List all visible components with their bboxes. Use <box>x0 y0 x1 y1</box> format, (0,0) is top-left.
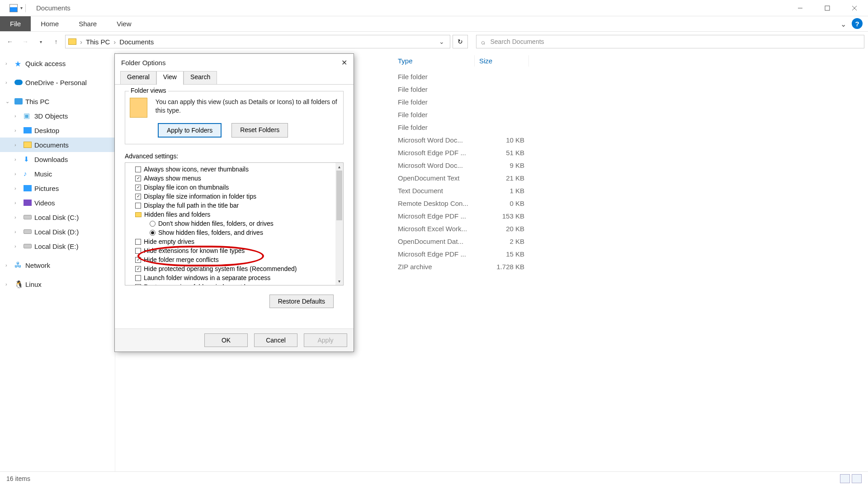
table-row[interactable]: Microsoft Edge PDF ...15 KB <box>393 247 868 260</box>
checkbox-icon[interactable] <box>135 239 141 245</box>
sidebar-item-linux[interactable]: ›🐧Linux <box>0 277 115 291</box>
option-hidden-yes[interactable]: Show hidden files, folders, and drives <box>135 228 343 237</box>
dialog-close-button[interactable]: ✕ <box>341 58 347 67</box>
cancel-button[interactable]: Cancel <box>254 333 297 347</box>
table-row[interactable]: Microsoft Excel Work...20 KB <box>393 222 868 235</box>
option-full-path-title[interactable]: Display the full path in the title bar <box>135 201 343 210</box>
sidebar-item-3d-objects[interactable]: ›▣3D Objects <box>0 109 115 123</box>
column-header-type[interactable]: Type <box>393 55 475 67</box>
scrollbar[interactable]: ▴ ▾ <box>335 163 343 285</box>
sidebar-item-pictures[interactable]: ›Pictures <box>0 181 115 195</box>
radio-icon[interactable] <box>150 230 156 236</box>
table-row[interactable]: OpenDocument Text21 KB <box>393 171 868 184</box>
minimize-button[interactable] <box>787 0 814 16</box>
sidebar-item-disk-e[interactable]: ›Local Disk (E:) <box>0 239 115 253</box>
scroll-thumb[interactable] <box>336 171 342 220</box>
checkbox-icon[interactable]: ✓ <box>135 257 141 263</box>
help-button[interactable]: ? <box>852 18 863 29</box>
column-header-size[interactable]: Size <box>475 55 529 67</box>
table-row[interactable]: File folder <box>393 108 868 121</box>
sidebar-item-label: Music <box>34 170 52 178</box>
close-button[interactable] <box>841 0 868 16</box>
home-tab[interactable]: Home <box>31 16 69 31</box>
sidebar-item-onedrive[interactable]: ›OneDrive - Personal <box>0 75 115 90</box>
file-type-cell: File folder <box>393 86 475 93</box>
checkbox-icon[interactable]: ✓ <box>135 185 141 190</box>
qat-dropdown-icon[interactable]: ▾ <box>20 5 23 10</box>
option-hide-extensions[interactable]: Hide extensions for known file types <box>135 246 343 255</box>
forward-button[interactable]: → <box>19 35 32 48</box>
tab-view[interactable]: View <box>156 71 184 85</box>
scroll-up-icon[interactable]: ▴ <box>335 163 343 171</box>
up-button[interactable]: ↑ <box>50 35 62 48</box>
table-row[interactable]: File folder <box>393 121 868 133</box>
option-restore-previous[interactable]: Restore previous folder windows at logon <box>135 282 343 285</box>
address-dropdown-icon[interactable]: ⌄ <box>436 38 447 45</box>
scroll-down-icon[interactable]: ▾ <box>335 277 343 285</box>
sidebar-item-downloads[interactable]: ›⬇Downloads <box>0 152 115 166</box>
address-bar[interactable]: › This PC › Documents ⌄ <box>65 35 450 48</box>
table-row[interactable]: Microsoft Word Doc...10 KB <box>393 133 868 146</box>
icons-view-button[interactable] <box>852 474 862 483</box>
details-view-button[interactable] <box>840 474 850 483</box>
table-row[interactable]: Microsoft Edge PDF ...51 KB <box>393 146 868 159</box>
checkbox-icon[interactable] <box>135 203 141 209</box>
option-always-icons[interactable]: Always show icons, never thumbnails <box>135 165 343 174</box>
sidebar-item-disk-c[interactable]: ›Local Disk (C:) <box>0 210 115 224</box>
search-box[interactable]: ⌕ Search Documents <box>476 35 865 48</box>
table-row[interactable]: OpenDocument Dat...2 KB <box>393 235 868 247</box>
radio-icon[interactable] <box>150 221 156 227</box>
tab-general[interactable]: General <box>120 71 156 85</box>
history-dropdown[interactable]: ▾ <box>34 35 47 48</box>
refresh-button[interactable]: ↻ <box>453 35 468 48</box>
table-row[interactable]: Microsoft Word Doc...9 KB <box>393 159 868 171</box>
sidebar-item-documents[interactable]: ›Documents <box>0 138 115 152</box>
maximize-button[interactable] <box>814 0 841 16</box>
sidebar-item-disk-d[interactable]: ›Local Disk (D:) <box>0 224 115 239</box>
table-row[interactable]: File folder <box>393 83 868 95</box>
checkbox-icon[interactable]: ✓ <box>135 266 141 272</box>
sidebar-item-music[interactable]: ›♪Music <box>0 166 115 181</box>
option-hide-os[interactable]: ✓Hide protected operating system files (… <box>135 264 343 273</box>
sidebar-item-quick-access[interactable]: ›★Quick access <box>0 56 115 71</box>
option-launch-separate[interactable]: Launch folder windows in a separate proc… <box>135 273 343 282</box>
sidebar-item-this-pc[interactable]: ⌄This PC <box>0 94 115 109</box>
option-always-menus[interactable]: ✓Always show menus <box>135 174 343 183</box>
file-size-cell: 2 KB <box>475 238 529 245</box>
sidebar-item-videos[interactable]: ›Videos <box>0 195 115 210</box>
checkbox-icon[interactable] <box>135 275 141 281</box>
option-hide-merge[interactable]: ✓Hide folder merge conflicts <box>135 255 343 264</box>
option-hidden-no[interactable]: Don't show hidden files, folders, or dri… <box>135 219 343 228</box>
apply-button[interactable]: Apply <box>304 333 347 347</box>
ribbon-expand-icon[interactable]: ⌄ <box>840 20 846 29</box>
breadcrumb-current[interactable]: Documents <box>119 38 154 46</box>
ok-button[interactable]: OK <box>204 333 248 347</box>
restore-defaults-button[interactable]: Restore Defaults <box>269 295 334 308</box>
option-display-icon-thumb[interactable]: ✓Display file icon on thumbnails <box>135 183 343 192</box>
back-button[interactable]: ← <box>4 35 16 48</box>
sidebar-item-desktop[interactable]: ›Desktop <box>0 123 115 138</box>
search-icon: ⌕ <box>481 38 485 46</box>
table-row[interactable]: File folder <box>393 95 868 108</box>
file-tab[interactable]: File <box>0 16 31 31</box>
table-row[interactable]: ZIP archive1.728 KB <box>393 260 868 273</box>
share-tab[interactable]: Share <box>69 16 107 31</box>
checkbox-icon[interactable] <box>135 166 141 172</box>
option-label: Display file size information in folder … <box>144 192 256 201</box>
checkbox-icon[interactable]: ✓ <box>135 176 141 181</box>
checkbox-icon[interactable] <box>135 284 141 286</box>
checkbox-icon[interactable]: ✓ <box>135 194 141 200</box>
sidebar-item-network[interactable]: ›🖧Network <box>0 258 115 272</box>
table-row[interactable]: File folder <box>393 70 868 83</box>
reset-folders-button[interactable]: Reset Folders <box>231 123 288 138</box>
table-row[interactable]: Microsoft Edge PDF ...153 KB <box>393 209 868 222</box>
option-hide-empty[interactable]: Hide empty drives <box>135 237 343 246</box>
table-row[interactable]: Text Document1 KB <box>393 184 868 197</box>
apply-to-folders-button[interactable]: Apply to Folders <box>158 123 222 138</box>
view-tab[interactable]: View <box>107 16 141 31</box>
checkbox-icon[interactable] <box>135 248 141 254</box>
table-row[interactable]: Remote Desktop Con...0 KB <box>393 197 868 209</box>
option-display-size-tips[interactable]: ✓Display file size information in folder… <box>135 192 343 201</box>
tab-search[interactable]: Search <box>184 71 217 85</box>
breadcrumb-root[interactable]: This PC <box>86 38 110 46</box>
